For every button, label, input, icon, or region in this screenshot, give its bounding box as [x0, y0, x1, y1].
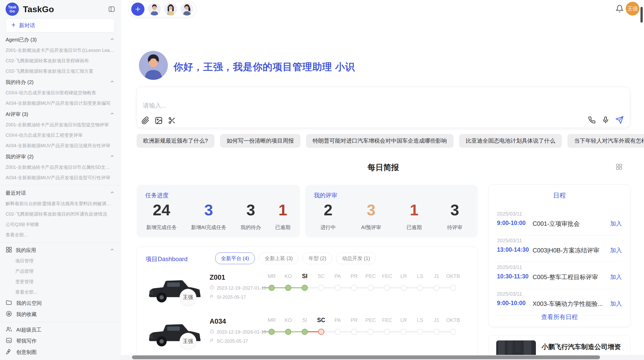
sidebar-task-item[interactable]: Z001-全新燃油皮卡产品开发项目SI节点Lesson Learn报告: [6, 45, 115, 56]
milestone-dot[interactable]: [285, 329, 291, 335]
event-join-link[interactable]: 加入: [610, 300, 622, 308]
chevron-up-icon[interactable]: [110, 79, 115, 85]
sidebar-task-item[interactable]: C02-飞腾新能源轻客改款项目立项汇报方案: [6, 66, 115, 77]
paperclip-icon[interactable]: [141, 116, 150, 125]
project-row[interactable]: 王强A0342023-12-19~2026-01-19SC-2025-05-17…: [137, 315, 473, 357]
sidebar-task-item[interactable]: Z001-全新燃油轻卡产品开发项目SI节点属性5D文件评审: [6, 162, 115, 173]
chevron-up-icon[interactable]: [110, 111, 115, 117]
event-join-link[interactable]: 加入: [610, 273, 622, 281]
milestone-dot[interactable]: [335, 285, 341, 291]
sidebar-section-header[interactable]: Agent已办 (3): [6, 34, 115, 45]
suggestion-chip[interactable]: 如何写一份清晰的项目周报: [220, 134, 300, 148]
milestone-dot[interactable]: [401, 329, 407, 335]
chevron-up-icon[interactable]: [110, 37, 115, 43]
view-all-schedule-link[interactable]: 查看所有日程: [489, 313, 630, 321]
dashboard-tab[interactable]: 动总开发 (1): [336, 252, 376, 264]
vertical-scrollbar-thumb[interactable]: [640, 7, 643, 23]
app-item[interactable]: 查看全部...: [6, 287, 115, 297]
milestone-dot[interactable]: [269, 285, 275, 291]
section-label: AI评审 (3): [6, 111, 28, 118]
milestone-dot[interactable]: [384, 285, 390, 291]
dashboard-tab[interactable]: 全新平台 (4): [215, 252, 255, 264]
recent-chat-item[interactable]: 公司Q3轻卡销量: [6, 219, 115, 230]
event-join-link[interactable]: 加入: [610, 246, 622, 254]
phone-icon[interactable]: [588, 116, 596, 124]
sidebar-section-header[interactable]: AI评审 (3): [6, 109, 115, 120]
sidebar-section-header[interactable]: 我的待办 (2): [6, 77, 115, 88]
horizontal-scrollbar-thumb[interactable]: [132, 355, 600, 359]
chat-input[interactable]: [142, 102, 449, 109]
milestone-dot[interactable]: [285, 285, 291, 291]
milestone-dot[interactable]: [450, 329, 456, 335]
chevron-up-icon[interactable]: [110, 190, 115, 196]
suggestion-chip[interactable]: 比亚迪全固态电池计划具体说了什么: [459, 134, 562, 148]
stat-label: 我的待办: [241, 224, 261, 231]
avatar-woman-yellow[interactable]: [164, 3, 177, 16]
recent-chat-item[interactable]: C02-飞腾新能源轻客改款项目的闭环通告反馈情况: [6, 209, 115, 219]
dashboard-tab[interactable]: 全新上装 (3): [259, 252, 299, 264]
milestone-dot[interactable]: [302, 285, 308, 291]
project-row[interactable]: 王强Z0012023-12-19~2027-01-19SI-2025-05-17…: [137, 271, 473, 313]
stat-value: 3: [241, 202, 261, 218]
sidebar-task-item[interactable]: A034-全新新能源MUV产品开发项目造型可行性评审: [6, 173, 115, 183]
suggestion-chip[interactable]: 欧洲新规最近颁布了什么?: [137, 134, 214, 148]
layout-grid-icon[interactable]: [616, 163, 623, 171]
avatar-woman-blue[interactable]: [181, 3, 193, 16]
milestone-dot[interactable]: [433, 329, 440, 335]
sidebar-task-item[interactable]: A034-全新新能源MUV产品开发项目法规符合性评审: [6, 141, 115, 151]
app-item[interactable]: 项目管理: [6, 256, 115, 266]
scissors-icon[interactable]: [168, 116, 176, 125]
milestone-dot[interactable]: [351, 285, 357, 291]
sidebar-tool[interactable]: 创意制图: [0, 347, 120, 358]
user-avatar[interactable]: 王强: [626, 2, 639, 16]
dashboard-tab[interactable]: 年型 (2): [303, 252, 332, 264]
app-item[interactable]: 变更管理: [6, 277, 115, 287]
bell-icon[interactable]: [616, 5, 624, 14]
news-title: 小鹏飞行汽车制造公司增资: [541, 342, 621, 351]
chevron-up-icon[interactable]: [110, 247, 115, 253]
recent-chat-item[interactable]: 解释最新出台的欧盟报废车法规再生塑料比例被调至15%...: [6, 199, 115, 209]
milestone-dot[interactable]: [269, 329, 275, 335]
milestone-dot[interactable]: [450, 285, 456, 291]
sidebar-section: Agent已办 (3)Z001-全新燃油皮卡产品开发项目SI节点Lesson L…: [0, 34, 120, 77]
suggestion-chip[interactable]: 特朗普可能对进口汽车增税会对中国车企造成哪些影响: [306, 134, 453, 148]
sidebar-collapse-icon[interactable]: [108, 6, 115, 13]
milestone-dot[interactable]: [401, 285, 407, 291]
sidebar-section-header[interactable]: 我的评审 (2): [6, 151, 115, 162]
milestone-dot[interactable]: [351, 329, 357, 335]
my-apps-header[interactable]: 我的应用: [6, 245, 115, 256]
milestone-dot[interactable]: [433, 285, 440, 291]
suggestion-chip[interactable]: 当下年轻人对汽车外观有怎样的喜好趋势: [567, 134, 644, 148]
milestone-dot[interactable]: [384, 329, 390, 335]
event-join-link[interactable]: 加入: [610, 220, 622, 228]
mic-icon[interactable]: [602, 116, 609, 124]
milestone-dot[interactable]: [302, 329, 308, 335]
new-chat-button[interactable]: 新对话: [6, 18, 115, 33]
milestone-dot[interactable]: [318, 285, 324, 291]
recent-chats-header[interactable]: 最近对话: [6, 187, 115, 199]
add-member-button[interactable]: [131, 3, 144, 16]
send-icon[interactable]: [616, 116, 624, 124]
sidebar-tool[interactable]: AI超级员工: [0, 324, 120, 335]
milestone-dot[interactable]: [417, 329, 423, 335]
sidebar-task-item[interactable]: C0X4-动力总成开发项目工程变更评审: [6, 130, 115, 141]
sidebar-task-item[interactable]: C0X4-动力总成开发项目SI里程碑提交物检查: [6, 88, 115, 98]
milestone-dot[interactable]: [368, 329, 374, 335]
milestone-dot[interactable]: [417, 285, 423, 291]
chevron-up-icon[interactable]: [110, 154, 115, 160]
sidebar-task-item[interactable]: Z001-全新燃油轻卡产品开发项目SI造型提交物评审: [6, 120, 115, 130]
project-code: Z001: [210, 274, 225, 281]
milestone-dot[interactable]: [368, 285, 374, 291]
image-icon[interactable]: [155, 116, 163, 125]
sidebar-task-item[interactable]: A034-全新新能源MUV产品开发项目计划变更表编写: [6, 98, 115, 109]
milestone-dot[interactable]: [335, 329, 341, 335]
sidebar-tool[interactable]: 帮我写作: [0, 335, 120, 347]
recent-chat-item[interactable]: 查看全部...: [6, 230, 115, 240]
flag-icon: [210, 294, 214, 300]
app-item[interactable]: 产品管理: [6, 266, 115, 277]
sidebar-task-item[interactable]: C02-飞腾新能源轻客改款项目里程碑画布: [6, 56, 115, 66]
avatar-man[interactable]: [148, 3, 161, 16]
sidebar-shortcut[interactable]: 我的收藏: [0, 309, 120, 320]
milestone-dot[interactable]: [318, 329, 324, 335]
sidebar-shortcut[interactable]: 我的云空间: [0, 297, 120, 309]
